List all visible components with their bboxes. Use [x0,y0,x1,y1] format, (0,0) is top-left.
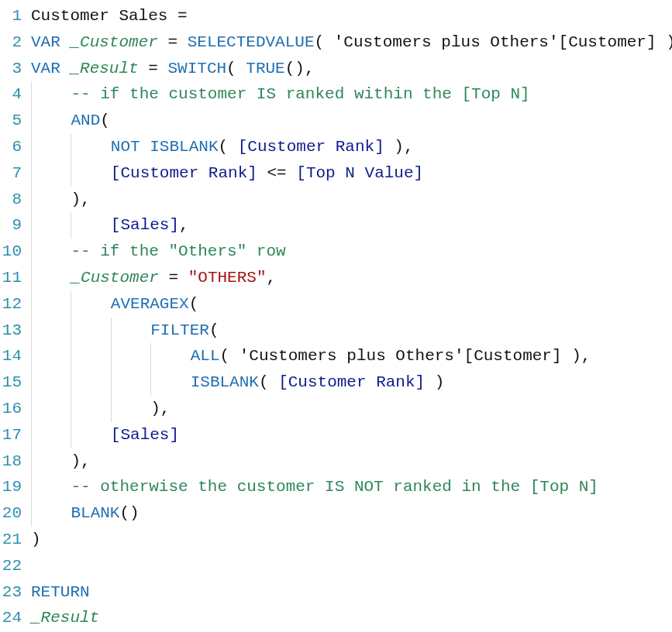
indent-guide [71,160,110,187]
indent-guide [31,474,71,500]
token-op: = [168,269,178,287]
token-func: ALL [191,347,220,365]
token-keyword: NOT [111,138,140,156]
token-measure: [Customer Rank] [238,138,384,156]
token-plain: , [267,269,277,287]
dax-code-editor[interactable]: 123456789101112131415161718192021222324 … [0,0,672,632]
indent-guide [150,343,190,369]
indent-guide [111,343,150,369]
line-number: 24 [0,605,22,631]
line-number: 6 [0,134,22,160]
token-func: TRUE [246,60,284,77]
line-number: 19 [0,474,22,500]
token-op: = [148,60,158,77]
line-number: 3 [0,56,22,82]
token-plain [60,33,71,51]
token-plain [60,60,71,77]
line-number: 8 [0,187,22,213]
indent-guide [71,422,110,448]
code-line: ) [31,527,672,553]
code-content[interactable]: Customer Sales =VAR _Customer = SELECTED… [28,3,672,631]
token-plain [159,269,169,287]
token-measure: [Top N Value] [296,164,423,182]
token-func: BLANK [71,504,119,522]
token-plain [177,33,188,51]
token-plain [178,269,188,287]
indent-guide [31,369,71,396]
indent-guide [111,369,150,396]
token-plain: ), [150,400,170,417]
token-plain: ( [209,321,219,339]
line-number: 23 [0,579,22,606]
code-line: VAR _Result = SWITCH( TRUE(), [31,56,672,82]
token-plain: ), [384,138,414,156]
token-varname: _Customer [71,269,158,287]
indent-guide [31,134,71,160]
token-plain [257,164,267,182]
code-line: _Result [31,605,672,631]
token-plain: ( [218,138,237,156]
code-line: FILTER( [31,318,672,344]
indent-guide [71,369,110,396]
line-number: 7 [0,160,22,187]
token-func: SELECTEDVALUE [188,33,315,51]
indent-guide [71,134,110,160]
code-line: ), [31,187,672,213]
line-number: 17 [0,422,22,448]
indent-guide [71,318,110,344]
indent-guide [31,187,71,213]
line-number: 21 [0,527,22,553]
indent-guide [31,265,71,291]
token-measure: [Sales] [111,216,179,234]
line-number: 20 [0,500,22,527]
token-string: "OTHERS" [188,269,267,287]
token-plain: ), [71,452,90,470]
token-func: FILTER [150,321,209,339]
indent-guide [31,396,71,422]
code-line: BLANK() [31,500,672,527]
indent-guide [31,81,71,108]
token-varname: _Result [31,609,99,627]
code-line: VAR _Customer = SELECTEDVALUE( 'Customer… [31,29,672,56]
line-number: 10 [0,239,22,265]
indent-guide [111,396,150,422]
indent-guide [111,318,150,344]
indent-guide [31,343,71,369]
code-line: ), [31,396,672,422]
line-number: 12 [0,291,22,318]
code-line: [Sales], [31,212,672,239]
code-line [31,553,672,579]
token-plain [158,60,168,77]
line-number: 5 [0,108,22,134]
line-number: 9 [0,212,22,239]
line-number: 18 [0,448,22,475]
line-number: 4 [0,81,22,108]
token-func: ISBLANK [191,373,259,391]
indent-guide [31,160,71,187]
token-op: = [167,33,177,51]
token-keyword: VAR [31,60,60,77]
token-plain [158,33,168,51]
indent-guide [31,422,71,448]
line-number: 15 [0,369,22,396]
indent-guide [71,396,110,422]
line-number: 13 [0,318,22,344]
line-number: 22 [0,553,22,579]
token-func: SWITCH [167,60,226,77]
token-measure: [Customer Rank] [111,164,257,182]
line-number: 1 [0,3,22,29]
token-keyword: RETURN [31,583,90,601]
token-plain: Customer Sales [31,7,177,25]
token-plain: ( [189,295,199,313]
code-line: -- if the "Others" row [31,239,672,265]
line-number: 2 [0,29,22,56]
indent-guide [31,500,71,527]
code-line: ALL( 'Customers plus Others'[Customer] )… [31,343,672,369]
indent-guide [71,291,110,318]
token-keyword: VAR [31,33,60,51]
token-plain: ) [425,373,444,391]
token-func: AND [71,112,100,129]
token-plain [287,164,297,182]
token-plain: ), [71,191,90,208]
token-comment: -- otherwise the customer IS NOT ranked … [71,478,598,496]
